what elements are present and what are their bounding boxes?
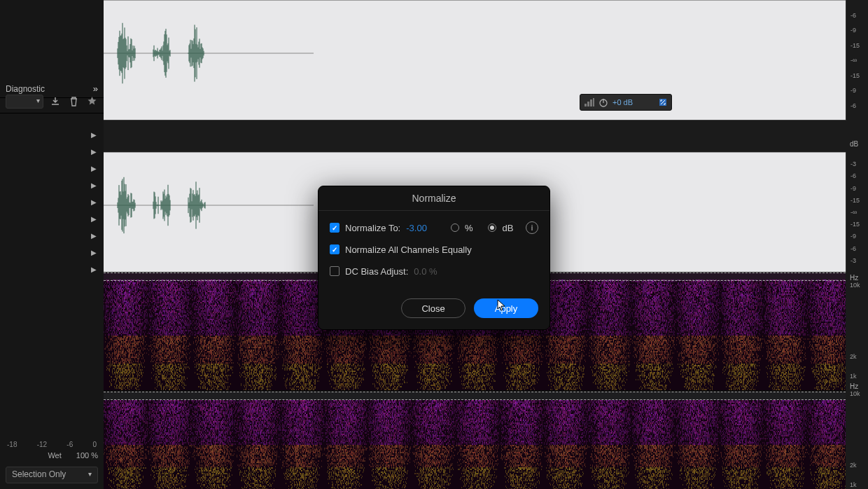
unit-db-label: dB: [502, 223, 513, 233]
star-icon[interactable]: [85, 95, 98, 108]
hud-value: +0 dB: [612, 98, 633, 106]
expand-icon[interactable]: ▶: [91, 181, 97, 189]
expand-icon[interactable]: ▶: [91, 266, 97, 273]
preset-select[interactable]: [6, 95, 43, 109]
normalize-to-label: Normalize To:: [345, 223, 400, 233]
dc-bias-label: DC Bias Adjust:: [345, 266, 408, 277]
unit-percent-label: %: [465, 223, 473, 233]
amplitude-ruler: -6-9-15-∞-15-9-6 dB -3-6-9-15-∞-15-9-6-3: [846, 0, 868, 273]
expand-icon[interactable]: ▶: [91, 198, 97, 206]
normalize-to-checkbox[interactable]: [330, 223, 340, 233]
scale-mark: -12: [37, 441, 47, 448]
dc-bias-checkbox[interactable]: [330, 266, 340, 276]
expand-icon[interactable]: ▶: [91, 215, 97, 223]
close-button[interactable]: Close: [401, 298, 465, 318]
scale-mark: 0: [92, 441, 97, 448]
level-icon: [584, 98, 594, 106]
panel-footer: -18 -12 -6 0 Wet 100 % Selection Only: [0, 431, 104, 489]
ruler-unit-hz: Hz: [850, 274, 858, 282]
wet-label: Wet: [48, 451, 61, 460]
ruler-unit-db: dB: [850, 140, 858, 148]
apply-button[interactable]: Apply: [474, 298, 538, 318]
ruler-unit-hz: Hz: [850, 383, 858, 390]
download-icon[interactable]: [49, 95, 62, 108]
unit-db-radio[interactable]: [488, 223, 496, 232]
effects-panel: Diagnostic » ▶ ▶ ▶ ▶ ▶ ▶ ▶ ▶: [0, 0, 104, 489]
power-icon: [598, 97, 608, 107]
normalize-dialog: Normalize Normalize To: -3.00 % dB i Nor…: [318, 186, 550, 330]
expand-icon[interactable]: ▶: [91, 131, 97, 139]
unit-percent-radio[interactable]: [451, 223, 459, 232]
expand-icon[interactable]: ▶: [91, 148, 97, 156]
equal-channels-checkbox[interactable]: [330, 245, 340, 254]
expand-icon[interactable]: ▶: [91, 232, 97, 240]
effects-list: ▶ ▶ ▶ ▶ ▶ ▶ ▶ ▶ ▶: [0, 113, 104, 431]
panel-toolbar: [0, 90, 104, 113]
trash-icon[interactable]: [67, 95, 80, 108]
mix-scale: -18 -12 -6 0: [7, 441, 97, 448]
expand-icon[interactable]: [659, 98, 667, 106]
expand-icon[interactable]: ▶: [91, 249, 97, 256]
frequency-ruler: Hz10k2k1k Hz10k2k1k: [846, 273, 868, 489]
wet-value[interactable]: 100 %: [76, 451, 98, 460]
equal-channels-label: Normalize All Channels Equally: [345, 245, 472, 255]
scale-mark: -18: [7, 441, 17, 448]
normalize-to-value[interactable]: -3.00: [406, 223, 427, 233]
info-icon[interactable]: i: [526, 221, 538, 234]
volume-hud[interactable]: +0 dB: [580, 94, 672, 111]
scale-mark: -6: [66, 441, 73, 448]
dc-bias-value[interactable]: 0.0 %: [414, 266, 437, 277]
dialog-title: Normalize: [318, 186, 550, 211]
apply-scope-select[interactable]: Selection Only: [6, 467, 98, 483]
waveform-channel-left[interactable]: [104, 0, 846, 120]
expand-icon[interactable]: ▶: [91, 165, 97, 172]
panel-header: Diagnostic »: [0, 0, 104, 90]
